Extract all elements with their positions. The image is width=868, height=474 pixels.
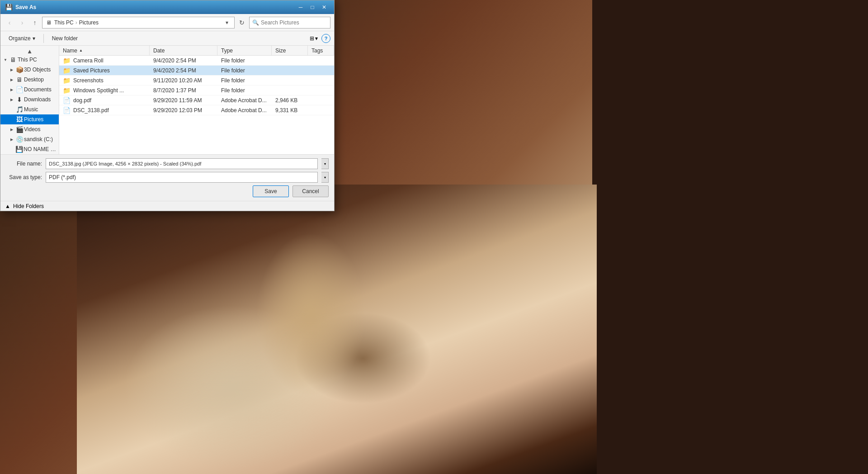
toolbar-separator <box>43 34 44 43</box>
close-button[interactable]: ✕ <box>319 3 330 12</box>
new-folder-button[interactable]: New folder <box>47 33 82 44</box>
col-date-label: Date <box>153 47 165 54</box>
path-part-2[interactable]: Pictures <box>79 19 99 26</box>
save-button[interactable]: Save <box>253 185 289 197</box>
address-field[interactable]: 🖥 This PC › Pictures ▾ <box>42 17 235 28</box>
file-list: Name ▲ Date Type Size Tags <box>59 46 334 154</box>
hide-folders-arrow: ▲ <box>5 203 10 209</box>
sidebar-label: Downloads <box>24 96 51 103</box>
savetype-dropdown-btn[interactable]: ▾ <box>321 172 329 183</box>
dialog-window: 💾 Save As ─ □ ✕ ‹ › ↑ 🖥 This PC › Pictur… <box>0 0 335 211</box>
file-type-cell: Adobe Acrobat D... <box>217 97 272 104</box>
pdf-icon: 📄 <box>63 107 71 114</box>
maximize-button[interactable]: □ <box>307 3 318 12</box>
sidebar-label: Videos <box>24 126 40 133</box>
back-button[interactable]: ‹ <box>4 17 15 28</box>
filename-dropdown-btn[interactable]: ▾ <box>321 158 329 169</box>
table-row[interactable]: 📁 Windows Spotlight ... 8/7/2020 1:37 PM… <box>59 85 334 95</box>
col-header-name[interactable]: Name ▲ <box>59 46 150 55</box>
minimize-button[interactable]: ─ <box>295 3 306 12</box>
sidebar-item-documents[interactable]: ▶ 📄 Documents <box>0 85 59 95</box>
sidebar-item-music[interactable]: ▶ 🎵 Music <box>0 104 59 114</box>
col-header-tags[interactable]: Tags <box>308 46 334 55</box>
address-path: This PC › Pictures <box>54 19 221 26</box>
col-header-type[interactable]: Type <box>217 46 272 55</box>
search-icon: 🔍 <box>252 19 259 26</box>
sidebar-item-no-name-h[interactable]: ▶ 💾 NO NAME (h:) <box>0 144 59 154</box>
refresh-button[interactable]: ↻ <box>236 17 247 28</box>
sandisk-icon: 💿 <box>16 136 23 143</box>
folder-icon: 📁 <box>63 87 71 94</box>
search-input[interactable] <box>261 19 329 26</box>
path-part-1[interactable]: This PC <box>54 19 74 26</box>
view-icon: ⊞ <box>310 35 314 42</box>
col-tags-label: Tags <box>311 47 323 54</box>
nav-scroll-up[interactable]: ▲ <box>0 47 59 55</box>
table-row[interactable]: 📁 Saved Pictures 9/4/2020 2:54 PM File f… <box>59 66 334 76</box>
save-as-dialog: 💾 Save As ─ □ ✕ ‹ › ↑ 🖥 This PC › Pictur… <box>0 0 335 190</box>
this-pc-label: This PC <box>18 57 37 63</box>
title-bar-controls: ─ □ ✕ <box>295 3 330 12</box>
sort-arrow-icon: ▲ <box>79 48 83 52</box>
file-date-cell: 9/4/2020 2:54 PM <box>150 67 217 74</box>
bottom-panel: File name: DSC_3138.jpg (JPEG Image, 425… <box>0 154 334 201</box>
file-date-cell: 9/29/2020 11:59 AM <box>150 97 217 104</box>
sidebar-item-this-pc[interactable]: ▼ 🖥 This PC <box>0 55 59 65</box>
col-header-size[interactable]: Size <box>272 46 308 55</box>
organize-button[interactable]: Organize ▾ <box>4 33 40 44</box>
sidebar-item-sandisk[interactable]: ▶ 💿 sandisk (C:) <box>0 134 59 144</box>
table-row[interactable]: 📄 dog.pdf 9/29/2020 11:59 AM Adobe Acrob… <box>59 95 334 105</box>
expand-icon: ▶ <box>9 126 15 133</box>
sidebar-label: Pictures <box>24 116 43 123</box>
sidebar-label: NO NAME (h:) <box>24 146 57 152</box>
view-button[interactable]: ⊞ ▾ <box>310 35 318 42</box>
videos-icon: 🎬 <box>16 126 23 133</box>
desktop-icon: 🖥 <box>16 76 23 83</box>
file-name: Windows Spotlight ... <box>73 87 124 94</box>
file-date-cell: 9/11/2020 10:20 AM <box>150 77 217 84</box>
sidebar-item-downloads[interactable]: ▶ ⬇ Downloads <box>0 95 59 104</box>
sidebar-label: 3D Objects <box>24 66 51 73</box>
table-row[interactable]: 📄 DSC_3138.pdf 9/29/2020 12:03 PM Adobe … <box>59 105 334 115</box>
nav-panel: ▲ ▼ 🖥 This PC ▶ 📦 3D Objects ▶ 🖥 Desktop <box>0 46 59 154</box>
view-arrow: ▾ <box>315 35 318 42</box>
forward-button[interactable]: › <box>17 17 28 28</box>
filename-input[interactable]: DSC_3138.jpg (JPEG Image, 4256 × 2832 pi… <box>46 158 318 169</box>
expand-icon: ▼ <box>2 57 9 63</box>
table-row[interactable]: 📁 Screenshots 9/11/2020 10:20 AM File fo… <box>59 76 334 85</box>
savetype-input[interactable]: PDF (*.pdf) <box>46 172 318 183</box>
file-type-cell: File folder <box>217 77 272 84</box>
folder-icon: 📁 <box>63 57 71 64</box>
dialog-title: Save As <box>15 4 36 10</box>
no-name-h-icon: 💾 <box>15 146 23 153</box>
search-box[interactable]: 🔍 <box>249 17 330 28</box>
file-date-cell: 9/4/2020 2:54 PM <box>150 57 217 64</box>
right-background <box>592 0 868 474</box>
col-header-date[interactable]: Date <box>150 46 217 55</box>
cancel-button[interactable]: Cancel <box>292 185 329 197</box>
dog-photo-area <box>77 185 597 474</box>
3d-objects-icon: 📦 <box>16 66 23 73</box>
organize-label: Organize <box>9 35 31 42</box>
sidebar-item-pictures[interactable]: ▶ 🖼 Pictures <box>0 114 59 124</box>
address-dropdown-btn[interactable]: ▾ <box>223 19 231 26</box>
sidebar-item-videos[interactable]: ▶ 🎬 Videos <box>0 124 59 134</box>
file-name: dog.pdf <box>73 97 91 104</box>
filename-label: File name: <box>6 161 42 167</box>
sidebar-label: Desktop <box>24 76 44 83</box>
downloads-icon: ⬇ <box>16 96 23 103</box>
up-button[interactable]: ↑ <box>29 17 40 28</box>
hide-folders-bar[interactable]: ▲ Hide Folders <box>0 201 334 211</box>
sidebar-item-desktop[interactable]: ▶ 🖥 Desktop <box>0 75 59 85</box>
filename-value: DSC_3138.jpg (JPEG Image, 4256 × 2832 pi… <box>49 161 315 166</box>
col-type-label: Type <box>221 47 233 54</box>
savetype-label: Save as type: <box>6 174 42 180</box>
sidebar-item-3d-objects[interactable]: ▶ 📦 3D Objects <box>0 65 59 75</box>
file-name-cell: 📄 DSC_3138.pdf <box>59 107 150 114</box>
file-type-cell: File folder <box>217 57 272 64</box>
file-type-cell: File folder <box>217 67 272 74</box>
help-button[interactable]: ? <box>321 34 330 43</box>
file-name-cell: 📁 Camera Roll <box>59 57 150 64</box>
file-name-cell: 📁 Saved Pictures <box>59 67 150 74</box>
table-row[interactable]: 📁 Camera Roll 9/4/2020 2:54 PM File fold… <box>59 56 334 66</box>
